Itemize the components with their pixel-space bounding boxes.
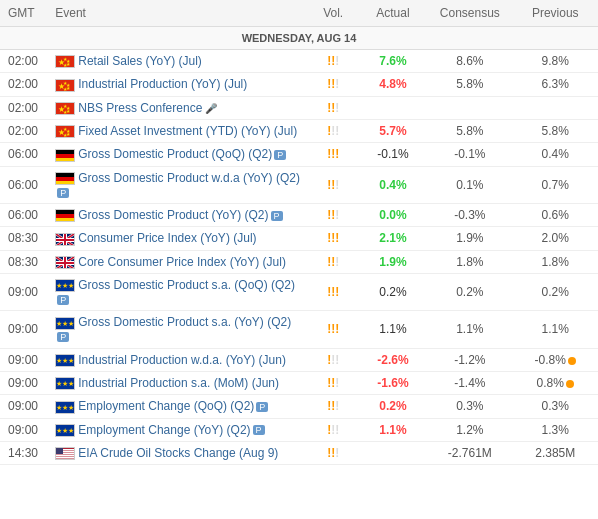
table-row: 09:00★★★Gross Domestic Product s.a. (YoY… xyxy=(0,311,598,348)
event-link[interactable]: Industrial Production w.d.a. (YoY) (Jun) xyxy=(78,353,286,367)
col-previous: Previous xyxy=(513,0,598,27)
flag-icon: ★★★★★ xyxy=(55,55,75,68)
svg-rect-27 xyxy=(56,173,74,177)
event-cell[interactable]: ★★★Industrial Production s.a. (MoM) (Jun… xyxy=(51,371,307,394)
flag-icon: ★★★ xyxy=(55,424,75,437)
preliminary-badge: P xyxy=(256,402,268,412)
col-consensus: Consensus xyxy=(427,0,512,27)
previous-cell: 0.3% xyxy=(513,395,598,418)
previous-cell: 0.4% xyxy=(513,143,598,166)
event-cell[interactable]: ★★★Gross Domestic Product s.a. (QoQ) (Q2… xyxy=(51,273,307,310)
event-cell[interactable]: ★★★Employment Change (QoQ) (Q2)P xyxy=(51,395,307,418)
flag-icon xyxy=(55,447,75,460)
table-row: 02:00★★★★★Fixed Asset Investment (YTD) (… xyxy=(0,119,598,142)
consensus-cell: 1.8% xyxy=(427,250,512,273)
event-cell[interactable]: Gross Domestic Product (QoQ) (Q2)P xyxy=(51,143,307,166)
consensus-cell: -1.2% xyxy=(427,348,512,371)
consensus-cell: 8.6% xyxy=(427,50,512,73)
microphone-icon: 🎤 xyxy=(205,103,217,114)
event-link[interactable]: Core Consumer Price Index (YoY) (Jul) xyxy=(78,255,286,269)
event-cell[interactable]: Gross Domestic Product (YoY) (Q2)P xyxy=(51,203,307,226)
event-link[interactable]: Fixed Asset Investment (YTD) (YoY) (Jul) xyxy=(78,124,297,138)
event-cell[interactable]: Consumer Price Index (YoY) (Jul) xyxy=(51,227,307,250)
event-cell[interactable]: Gross Domestic Product w.d.a (YoY) (Q2)P xyxy=(51,166,307,203)
vol-cell: !!! xyxy=(308,348,359,371)
actual-cell: 1.9% xyxy=(359,250,427,273)
previous-cell xyxy=(513,96,598,119)
event-link[interactable]: NBS Press Conference xyxy=(78,101,202,115)
vol-cell: !!! xyxy=(308,273,359,310)
consensus-cell: -2.761M xyxy=(427,441,512,464)
consensus-cell: -0.1% xyxy=(427,143,512,166)
event-link[interactable]: Gross Domestic Product s.a. (YoY) (Q2) xyxy=(78,315,291,329)
svg-rect-31 xyxy=(56,214,74,218)
consensus-cell: 5.8% xyxy=(427,119,512,142)
event-cell[interactable]: ★★★★★Retail Sales (YoY) (Jul) xyxy=(51,50,307,73)
table-row: 06:00Gross Domestic Product (QoQ) (Q2)P!… xyxy=(0,143,598,166)
section-header: WEDNESDAY, AUG 14 xyxy=(0,27,598,50)
event-link[interactable]: Gross Domestic Product w.d.a (YoY) (Q2) xyxy=(78,171,300,185)
vol-cell: !!! xyxy=(308,73,359,96)
flag-icon: ★★★ xyxy=(55,377,75,390)
previous-cell: 6.3% xyxy=(513,73,598,96)
vol-cell: !!! xyxy=(308,119,359,142)
event-link[interactable]: Industrial Production (YoY) (Jul) xyxy=(78,77,247,91)
event-link[interactable]: Gross Domestic Product (QoQ) (Q2) xyxy=(78,147,272,161)
svg-rect-69 xyxy=(56,459,74,460)
actual-cell xyxy=(359,96,427,119)
event-cell[interactable]: ★★★★★Industrial Production (YoY) (Jul) xyxy=(51,73,307,96)
actual-cell: 0.2% xyxy=(359,273,427,310)
svg-rect-29 xyxy=(56,181,74,185)
event-cell[interactable]: ★★★Employment Change (YoY) (Q2)P xyxy=(51,418,307,441)
event-cell[interactable]: Core Consumer Price Index (YoY) (Jul) xyxy=(51,250,307,273)
vol-cell: !!! xyxy=(308,418,359,441)
event-link[interactable]: Gross Domestic Product (YoY) (Q2) xyxy=(78,208,268,222)
event-cell[interactable]: ★★★Gross Domestic Product s.a. (YoY) (Q2… xyxy=(51,311,307,348)
table-row: 09:00★★★Employment Change (YoY) (Q2)P!!!… xyxy=(0,418,598,441)
flag-icon: ★★★★★ xyxy=(55,102,75,115)
svg-rect-30 xyxy=(56,210,74,214)
event-link[interactable]: Consumer Price Index (YoY) (Jul) xyxy=(78,231,256,245)
table-row: 08:30Core Consumer Price Index (YoY) (Ju… xyxy=(0,250,598,273)
event-link[interactable]: Retail Sales (YoY) (Jul) xyxy=(78,54,202,68)
event-cell[interactable]: EIA Crude Oil Stocks Change (Aug 9) xyxy=(51,441,307,464)
event-cell[interactable]: ★★★Industrial Production w.d.a. (YoY) (J… xyxy=(51,348,307,371)
actual-cell: -0.1% xyxy=(359,143,427,166)
flag-icon xyxy=(55,209,75,222)
event-link[interactable]: Employment Change (YoY) (Q2) xyxy=(78,423,250,437)
previous-cell: 1.1% xyxy=(513,311,598,348)
time-cell: 09:00 xyxy=(0,311,51,348)
event-link[interactable]: EIA Crude Oil Stocks Change (Aug 9) xyxy=(78,446,278,460)
event-link[interactable]: Industrial Production s.a. (MoM) (Jun) xyxy=(78,376,279,390)
event-cell[interactable]: ★★★★★NBS Press Conference🎤 xyxy=(51,96,307,119)
flag-icon xyxy=(55,149,75,162)
consensus-cell: 0.1% xyxy=(427,166,512,203)
flag-icon: ★★★ xyxy=(55,279,75,292)
table-row: 09:00★★★Industrial Production s.a. (MoM)… xyxy=(0,371,598,394)
preliminary-badge: P xyxy=(57,295,69,305)
svg-text:★★★: ★★★ xyxy=(56,320,74,327)
flag-icon xyxy=(55,256,75,269)
actual-cell: 2.1% xyxy=(359,227,427,250)
time-cell: 09:00 xyxy=(0,418,51,441)
table-row: 09:00★★★Gross Domestic Product s.a. (QoQ… xyxy=(0,273,598,310)
consensus-cell: 0.3% xyxy=(427,395,512,418)
time-cell: 06:00 xyxy=(0,143,51,166)
consensus-cell xyxy=(427,96,512,119)
time-cell: 06:00 xyxy=(0,203,51,226)
actual-cell: 1.1% xyxy=(359,418,427,441)
vol-cell: !!! xyxy=(308,311,359,348)
svg-rect-70 xyxy=(56,448,63,454)
event-link[interactable]: Gross Domestic Product s.a. (QoQ) (Q2) xyxy=(78,278,295,292)
preliminary-badge: P xyxy=(57,332,69,342)
time-cell: 02:00 xyxy=(0,119,51,142)
previous-cell: 1.8% xyxy=(513,250,598,273)
consensus-cell: -0.3% xyxy=(427,203,512,226)
event-link[interactable]: Employment Change (QoQ) (Q2) xyxy=(78,399,254,413)
actual-cell: 4.8% xyxy=(359,73,427,96)
consensus-cell: 0.2% xyxy=(427,273,512,310)
event-cell[interactable]: ★★★★★Fixed Asset Investment (YTD) (YoY) … xyxy=(51,119,307,142)
vol-cell: !!! xyxy=(308,441,359,464)
vol-cell: !!! xyxy=(308,143,359,166)
time-cell: 02:00 xyxy=(0,73,51,96)
